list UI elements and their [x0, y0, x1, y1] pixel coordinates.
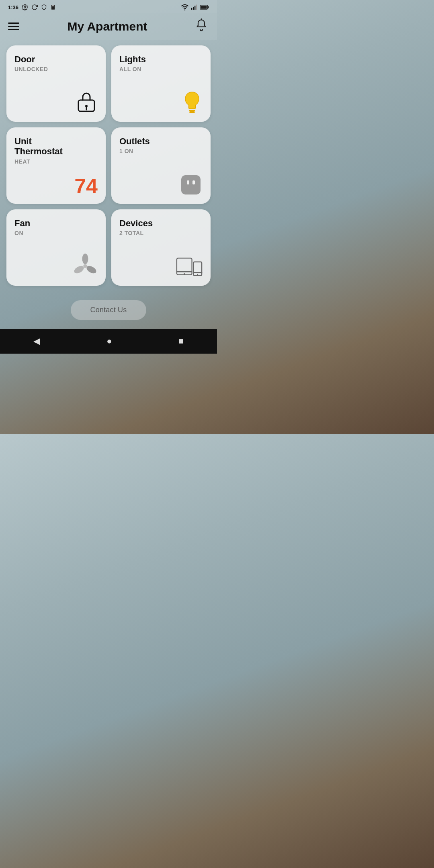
battery-icon [200, 4, 209, 10]
svg-rect-12 [201, 6, 207, 9]
menu-button[interactable] [8, 23, 19, 30]
devices-title: Devices [119, 218, 203, 228]
svg-rect-6 [191, 8, 192, 10]
lights-title: Lights [119, 54, 203, 64]
devices-icon-area [119, 255, 203, 278]
svg-point-5 [184, 9, 186, 10]
menu-line-2 [8, 26, 19, 27]
thermostat-value: 74 [74, 176, 98, 197]
status-left: 1:36 [8, 4, 56, 10]
status-right [181, 4, 209, 10]
lights-card[interactable]: Lights ALL ON [111, 45, 211, 122]
lights-icon-area [119, 90, 203, 115]
thermostat-card[interactable]: UnitThermostat HEAT 74 [6, 127, 106, 204]
lights-status: ALL ON [119, 66, 203, 72]
thermostat-icon-area: 74 [14, 176, 98, 197]
svg-rect-21 [187, 180, 189, 184]
wifi-icon [181, 4, 189, 10]
svg-rect-8 [194, 6, 195, 10]
home-button[interactable]: ● [106, 336, 112, 346]
fan-card[interactable]: Fan ON [6, 209, 106, 286]
menu-line-3 [8, 29, 19, 30]
svg-point-26 [83, 264, 87, 268]
svg-rect-19 [189, 111, 195, 113]
recent-button[interactable]: ■ [178, 336, 184, 346]
svg-rect-30 [193, 262, 202, 276]
signal-icon [191, 4, 198, 10]
door-card[interactable]: Door UNLOCKED [6, 45, 106, 122]
back-button[interactable]: ◀ [33, 336, 40, 346]
svg-rect-9 [196, 5, 197, 10]
svg-rect-11 [208, 6, 209, 8]
outlets-icon-area [119, 173, 203, 197]
svg-point-29 [184, 273, 185, 275]
outlets-title: Outlets [119, 136, 203, 146]
nav-bar: ◀ ● ■ [0, 329, 217, 354]
fan-title: Fan [14, 218, 98, 228]
page-title: My Apartment [19, 20, 195, 33]
contact-bar: Contact Us [0, 291, 217, 327]
header: My Apartment [0, 13, 217, 40]
gear-icon [22, 4, 28, 10]
svg-point-24 [85, 264, 97, 275]
svg-rect-22 [192, 180, 195, 184]
svg-point-32 [197, 274, 198, 275]
lock-icon [75, 89, 98, 115]
door-title: Door [14, 54, 98, 64]
svg-rect-7 [193, 7, 194, 10]
outlets-card[interactable]: Outlets 1 ON [111, 127, 211, 204]
status-time: 1:36 [8, 4, 18, 10]
svg-point-23 [82, 254, 88, 264]
svg-rect-20 [181, 175, 201, 194]
refresh-icon [31, 4, 38, 10]
sdcard-icon [50, 4, 56, 10]
svg-rect-27 [177, 258, 192, 274]
door-icon-area [14, 89, 98, 115]
cards-grid: Door UNLOCKED Lights ALL ON [0, 40, 217, 291]
shield-icon [41, 4, 47, 10]
bulb-icon [182, 90, 203, 115]
door-status: UNLOCKED [14, 66, 98, 72]
thermostat-status: HEAT [14, 158, 98, 165]
devices-icon [176, 255, 203, 278]
fan-icon [73, 254, 98, 278]
notifications-button[interactable] [195, 18, 207, 34]
devices-card[interactable]: Devices 2 TOTAL [111, 209, 211, 286]
menu-line-1 [8, 23, 19, 24]
devices-status: 2 TOTAL [119, 230, 203, 236]
svg-point-0 [24, 6, 26, 8]
outlets-status: 1 ON [119, 148, 203, 154]
svg-point-25 [73, 264, 85, 275]
contact-button[interactable]: Contact Us [71, 300, 146, 320]
fan-icon-area [14, 254, 98, 278]
fan-status: ON [14, 230, 98, 236]
status-bar: 1:36 [0, 0, 217, 13]
thermostat-title: UnitThermostat [14, 136, 98, 157]
outlet-icon [179, 173, 203, 197]
